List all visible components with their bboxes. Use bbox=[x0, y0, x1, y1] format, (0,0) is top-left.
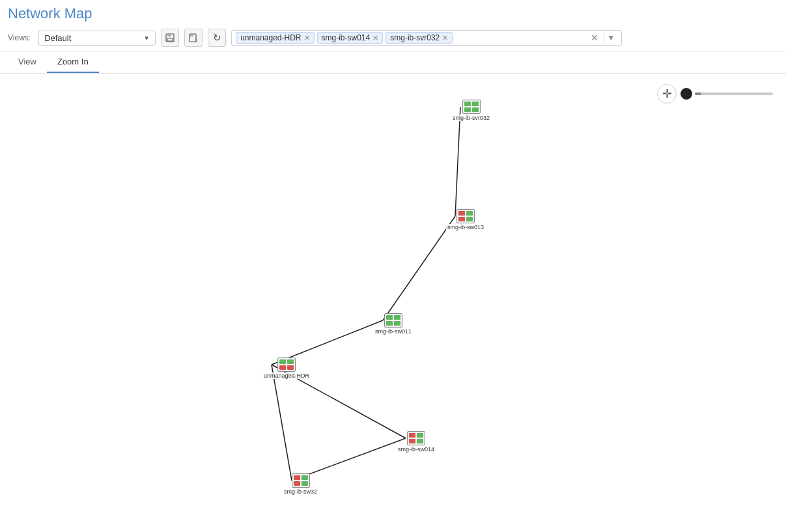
node-sw011[interactable]: smg-ib-sw011 bbox=[374, 313, 413, 335]
node-cell bbox=[466, 211, 473, 216]
node-sw32[interactable]: smg-ib-sw32 bbox=[283, 473, 318, 495]
filter-remove-3[interactable]: ✕ bbox=[442, 34, 448, 42]
node-box-sw32 bbox=[292, 473, 310, 488]
node-label-svr032: smg-ib-svr032 bbox=[451, 115, 491, 121]
node-cell bbox=[458, 211, 465, 216]
node-cell bbox=[279, 365, 286, 370]
node-cell bbox=[302, 475, 308, 480]
filter-tag-2: smg-ib-sw014 ✕ bbox=[317, 32, 384, 44]
views-label: Views: bbox=[8, 33, 31, 42]
filter-bar: unmanaged-HDR ✕ smg-ib-sw014 ✕ smg-ib-sv… bbox=[231, 30, 622, 46]
zoom-slider-container bbox=[681, 88, 773, 100]
node-cell bbox=[394, 321, 400, 326]
node-sw013[interactable]: smg-ib-sw013 bbox=[446, 209, 485, 231]
views-selected-value: Default bbox=[44, 33, 71, 43]
svg-rect-1 bbox=[167, 34, 171, 36]
save-button[interactable] bbox=[161, 29, 179, 47]
tab-zoom-in[interactable]: Zoom In bbox=[47, 51, 99, 73]
tab-view[interactable]: View bbox=[8, 51, 47, 73]
refresh-icon: ↻ bbox=[213, 32, 221, 44]
node-sw014[interactable]: smg-ib-sw014 bbox=[397, 431, 436, 453]
filter-tag-label-1: unmanaged-HDR bbox=[240, 33, 301, 42]
node-cell bbox=[394, 315, 400, 320]
node-cell bbox=[409, 439, 415, 443]
zoom-track[interactable] bbox=[695, 92, 773, 95]
node-box-sw011 bbox=[384, 313, 402, 328]
filter-bar-actions: ✕ ▼ bbox=[588, 33, 617, 43]
node-label-sw013: smg-ib-sw013 bbox=[446, 224, 485, 231]
node-svr032[interactable]: smg-ib-svr032 bbox=[451, 100, 491, 121]
node-cell bbox=[417, 433, 423, 438]
save-as-icon bbox=[189, 33, 198, 42]
node-cell bbox=[464, 107, 471, 112]
refresh-button[interactable]: ↻ bbox=[208, 29, 226, 47]
chevron-down-icon: ▼ bbox=[143, 35, 150, 42]
node-cell bbox=[279, 359, 286, 364]
node-cell bbox=[409, 433, 415, 438]
filter-tag-label-3: smg-ib-svr032 bbox=[390, 33, 440, 42]
node-cell bbox=[294, 481, 300, 486]
node-cell bbox=[458, 217, 465, 221]
node-label-hdr: unmanaged-HDR bbox=[262, 372, 311, 379]
node-hdr[interactable]: unmanaged-HDR bbox=[262, 357, 311, 379]
pan-button[interactable]: ✛ bbox=[657, 84, 677, 104]
svg-rect-2 bbox=[167, 38, 173, 41]
node-box-sw014 bbox=[407, 431, 425, 445]
zoom-track-fill bbox=[695, 92, 701, 95]
filter-clear-button[interactable]: ✕ bbox=[588, 33, 601, 43]
node-cell bbox=[464, 102, 471, 106]
node-cell bbox=[417, 439, 423, 443]
views-dropdown[interactable]: Default ▼ bbox=[38, 31, 156, 46]
page-title: Network Map bbox=[0, 0, 786, 25]
connection-sw013-sw011 bbox=[383, 216, 455, 320]
save-as-button[interactable] bbox=[184, 29, 203, 47]
zoom-handle[interactable] bbox=[681, 88, 692, 100]
node-cell bbox=[302, 481, 308, 486]
pan-icon: ✛ bbox=[662, 87, 672, 101]
node-cell bbox=[386, 321, 393, 326]
node-box-sw013 bbox=[456, 209, 475, 223]
connections-svg bbox=[0, 74, 786, 532]
save-icon bbox=[165, 33, 175, 42]
tabs: View Zoom In bbox=[0, 51, 786, 74]
filter-tag-3: smg-ib-svr032 ✕ bbox=[386, 32, 453, 44]
filter-tag-1: unmanaged-HDR ✕ bbox=[236, 32, 314, 44]
node-cell bbox=[466, 217, 473, 221]
map-area[interactable]: ✛ smg-ib-svr032smg-ib-sw013smg-ib-sw011u… bbox=[0, 74, 786, 532]
toolbar: Views: Default ▼ ↻ unmanaged-HDR ✕ smg-i… bbox=[0, 25, 786, 51]
filter-tag-label-2: smg-ib-sw014 bbox=[322, 33, 371, 42]
zoom-controls: ✛ bbox=[657, 84, 773, 104]
node-cell bbox=[386, 315, 393, 320]
node-cell bbox=[472, 102, 479, 106]
node-box-hdr bbox=[277, 357, 296, 372]
filter-remove-2[interactable]: ✕ bbox=[372, 34, 378, 42]
connection-hdr-sw32 bbox=[272, 365, 292, 481]
node-cell bbox=[287, 359, 294, 364]
node-label-sw011: smg-ib-sw011 bbox=[374, 328, 413, 335]
node-label-sw32: smg-ib-sw32 bbox=[283, 488, 318, 495]
node-cell bbox=[472, 107, 479, 112]
filter-remove-1[interactable]: ✕ bbox=[304, 34, 310, 42]
node-label-sw014: smg-ib-sw014 bbox=[397, 446, 436, 453]
node-cell bbox=[287, 365, 294, 370]
svg-rect-4 bbox=[190, 34, 193, 36]
filter-dropdown-button[interactable]: ▼ bbox=[604, 33, 617, 42]
app: Network Map Views: Default ▼ ↻ unmanaged… bbox=[0, 0, 786, 532]
node-box-svr032 bbox=[462, 100, 481, 114]
connection-svr032-sw013 bbox=[455, 107, 460, 216]
node-cell bbox=[294, 475, 300, 480]
